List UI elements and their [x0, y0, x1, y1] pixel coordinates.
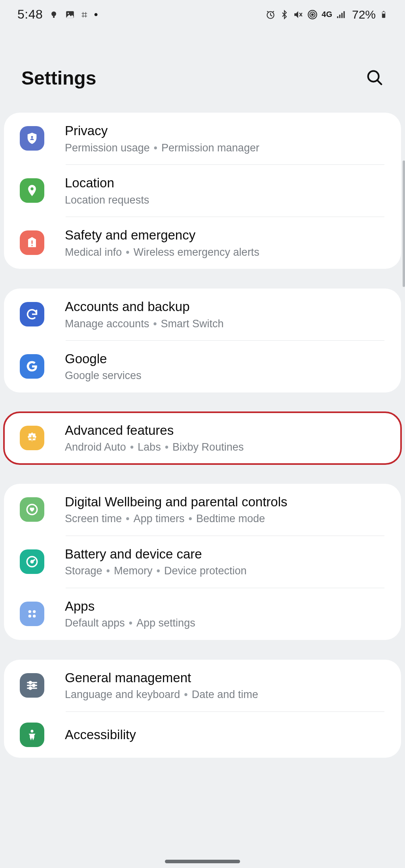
- settings-item-subtitle: Storage•Memory•Device protection: [65, 564, 390, 578]
- settings-item-title: Battery and device care: [65, 545, 390, 563]
- hotspot-icon: [307, 9, 318, 20]
- svg-rect-22: [32, 245, 33, 246]
- settings-item-subtitle: Permission usage•Permission manager: [65, 141, 390, 155]
- svg-rect-24: [29, 438, 35, 439]
- settings-item-safety[interactable]: Safety and emergencyMedical info•Wireles…: [4, 217, 401, 269]
- svg-line-18: [378, 80, 382, 84]
- network-type-icon: 4G: [322, 10, 332, 19]
- settings-item-apps[interactable]: AppsDefault apps•App settings: [4, 588, 401, 640]
- shield-icon: [20, 126, 44, 151]
- settings-item-title: Digital Wellbeing and parental controls: [65, 493, 390, 511]
- svg-point-19: [31, 136, 33, 138]
- settings-group: Digital Wellbeing and parental controlsS…: [4, 484, 401, 640]
- settings-item-title: Apps: [65, 598, 390, 615]
- settings-item-accounts[interactable]: Accounts and backupManage accounts•Smart…: [4, 289, 401, 340]
- settings-item-location[interactable]: LocationLocation requests: [4, 165, 401, 217]
- settings-item-title: Location: [65, 174, 390, 192]
- settings-list[interactable]: PrivacyPermission usage•Permission manag…: [0, 113, 405, 758]
- settings-item-subtitle: Location requests: [65, 193, 390, 207]
- settings-item-title: Safety and emergency: [65, 226, 390, 244]
- pin-icon: [20, 178, 44, 203]
- person-icon: [20, 723, 44, 747]
- svg-point-38: [29, 687, 32, 690]
- svg-rect-11: [339, 15, 341, 18]
- svg-point-3: [68, 13, 69, 14]
- svg-rect-12: [341, 13, 343, 18]
- dot-icon: ●: [94, 10, 98, 19]
- settings-item-title: Privacy: [65, 122, 390, 140]
- settings-item-battery[interactable]: Battery and device careStorage•Memory•De…: [4, 536, 401, 588]
- svg-rect-21: [32, 241, 33, 244]
- page-header: Settings: [0, 26, 405, 113]
- svg-point-7: [312, 13, 313, 15]
- svg-point-32: [33, 615, 36, 617]
- search-button[interactable]: [365, 68, 384, 88]
- bulb-icon: [49, 10, 59, 19]
- svg-point-39: [30, 730, 33, 732]
- settings-item-subtitle: Default apps•App settings: [65, 616, 390, 630]
- settings-item-subtitle: Medical info•Wireless emergency alerts: [65, 245, 390, 259]
- grid-icon: [20, 602, 44, 626]
- settings-item-title: Accessibility: [65, 726, 390, 744]
- clock: 5:48: [17, 7, 43, 22]
- sliders-icon: [20, 673, 44, 698]
- mute-icon: [293, 9, 303, 20]
- settings-group: Advanced featuresAndroid Auto•Labs•Bixby…: [4, 412, 401, 464]
- settings-item-subtitle: Screen time•App timers•Bedtime mode: [65, 511, 390, 526]
- settings-item-title: General management: [65, 669, 390, 687]
- settings-item-privacy[interactable]: PrivacyPermission usage•Permission manag…: [4, 113, 401, 164]
- svg-rect-1: [53, 16, 55, 18]
- settings-item-general[interactable]: General managementLanguage and keyboard•…: [4, 660, 401, 711]
- svg-point-29: [28, 610, 31, 613]
- gesture-handle: [165, 860, 240, 863]
- settings-item-subtitle: Google services: [65, 368, 390, 383]
- svg-line-28: [32, 560, 35, 562]
- svg-point-30: [33, 610, 36, 613]
- page-title: Settings: [21, 67, 96, 89]
- settings-item-accessibility[interactable]: Accessibility: [4, 712, 401, 758]
- svg-point-31: [28, 615, 31, 617]
- google-icon: [20, 354, 44, 379]
- settings-item-subtitle: Language and keyboard•Date and time: [65, 687, 390, 702]
- scrollbar-thumb[interactable]: [403, 160, 405, 287]
- bluetooth-icon: [280, 10, 289, 19]
- svg-point-37: [32, 685, 35, 687]
- svg-rect-16: [382, 12, 385, 13]
- sync-icon: [20, 302, 44, 326]
- settings-item-title: Accounts and backup: [65, 298, 390, 316]
- settings-item-title: Advanced features: [65, 422, 390, 440]
- svg-point-20: [30, 188, 33, 191]
- settings-item-wellbeing[interactable]: Digital Wellbeing and parental controlsS…: [4, 484, 401, 536]
- settings-group: Accounts and backupManage accounts•Smart…: [4, 289, 401, 392]
- settings-item-advanced[interactable]: Advanced featuresAndroid Auto•Labs•Bixby…: [4, 412, 401, 464]
- battery-percent: 72%: [352, 8, 376, 21]
- slack-icon: ⌗: [81, 9, 87, 20]
- gauge-icon: [20, 549, 44, 574]
- signal-icon: [336, 9, 346, 20]
- alarm-icon: [265, 9, 276, 20]
- settings-item-title: Google: [65, 350, 390, 368]
- svg-point-0: [51, 11, 56, 16]
- settings-item-google[interactable]: GoogleGoogle services: [4, 341, 401, 392]
- battery-icon: [380, 9, 388, 20]
- image-icon: [65, 9, 75, 20]
- svg-point-36: [29, 681, 32, 684]
- settings-group: PrivacyPermission usage•Permission manag…: [4, 113, 401, 269]
- settings-item-subtitle: Android Auto•Labs•Bixby Routines: [65, 440, 390, 454]
- plus-icon: [20, 426, 44, 450]
- svg-rect-10: [337, 16, 338, 18]
- heart-icon: [20, 497, 44, 522]
- svg-rect-13: [343, 11, 344, 18]
- search-icon: [365, 68, 384, 87]
- status-bar: 5:48 ⌗ ● 4G 72%: [0, 0, 405, 26]
- alert-icon: [20, 230, 44, 255]
- settings-group: General managementLanguage and keyboard•…: [4, 660, 401, 758]
- settings-item-subtitle: Manage accounts•Smart Switch: [65, 317, 390, 331]
- svg-rect-15: [383, 11, 384, 11]
